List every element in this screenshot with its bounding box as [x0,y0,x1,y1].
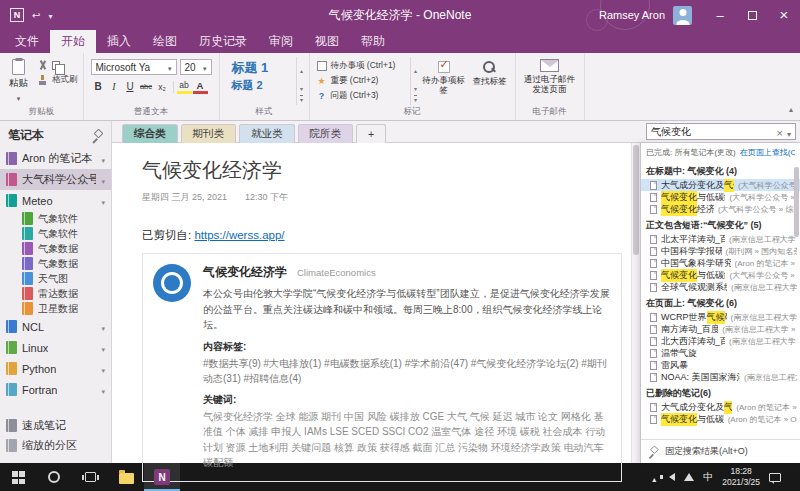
sidebar-item[interactable]: 大气科学公众号 [0,169,111,190]
email-page-button[interactable]: 通过电子邮件发送页面 [518,55,582,105]
search-result-item[interactable]: 气候变化与低碳经济学 (大气科学公众号 » 期刊类) [641,191,800,203]
close-button[interactable] [768,0,800,30]
sidebar-item[interactable]: 气象软件 [0,226,111,241]
chevron-down-icon[interactable] [101,321,105,333]
find-on-page-link[interactable]: 在页面上查找(Ctrl+F) [740,147,795,158]
file-explorer-button[interactable] [108,463,144,491]
sidebar-item[interactable]: Meteo [0,190,111,211]
font-size-select[interactable]: 20 [180,59,212,75]
sidebar-item[interactable]: NCL [0,316,111,337]
page-scrollbar[interactable] [631,143,640,463]
section-tab[interactable]: + [356,124,386,143]
search-result-item[interactable]: 北大西洋涛动_百度百科 (南京信息工程大学 » 气象...) [641,335,800,347]
search-input[interactable] [651,126,773,137]
search-result-item[interactable]: 气候变化与低碳经济学 (大气科学公众号 » 期刊类) [641,269,800,281]
ribbon-tab[interactable]: 视图 [304,30,350,53]
todo-tag-button[interactable]: 待办事项标签 [421,57,467,105]
sidebar-item[interactable]: 天气图 [0,271,111,286]
sidebar-item[interactable]: Python [0,358,111,379]
collapse-ribbon-icon[interactable] [789,98,793,116]
search-result-item[interactable]: 雷风暴 [641,359,800,371]
paste-button[interactable]: 粘贴 [2,55,35,105]
page-title[interactable]: 气候变化经济学 [142,157,623,184]
qat-customize-icon[interactable] [48,10,52,21]
italic-button[interactable] [107,79,122,94]
chevron-down-icon[interactable] [101,363,105,375]
sidebar-item[interactable]: 气象数据 [0,241,111,256]
chevron-down-icon[interactable] [101,342,105,354]
sidebar-item[interactable]: 雷达数据 [0,286,111,301]
ime-indicator[interactable]: 中 [703,470,713,484]
styles-more-icon[interactable] [300,95,303,103]
ribbon-tab[interactable]: 历史记录 [188,30,258,53]
sidebar-footer-item[interactable]: 速成笔记 [0,415,111,435]
clear-search-icon[interactable] [777,123,783,141]
find-tags-button[interactable]: 查找标签 [467,57,513,105]
search-scope-icon[interactable] [787,123,791,141]
strikethrough-button[interactable] [139,79,154,94]
sidebar-item[interactable]: Fortran [0,379,111,400]
search-result-item[interactable]: 温带气旋 [641,347,800,359]
format-painter-button[interactable]: 格式刷 [38,74,78,86]
page-canvas[interactable]: 气候变化经济学 星期四 三月 25, 2021 12:30 下午 已剪切自: h… [112,143,631,463]
panel-scrollbar[interactable] [794,167,799,237]
chevron-down-icon[interactable] [101,195,105,207]
search-result-item[interactable]: 大气成分变化及气候环境影响 (大气科学公众号 » 综合类) [641,179,800,191]
copy-icon[interactable] [52,61,60,70]
start-button[interactable] [0,463,36,491]
search-result-item[interactable]: 南方涛动_百度百科 (南京信息工程大学 » 气象...) [641,323,800,335]
sidebar-item[interactable]: 卫星数据 [0,301,111,316]
sidebar-item[interactable]: 气象数据 [0,256,111,271]
ribbon-tab[interactable]: 绘图 [142,30,188,53]
search-result-item[interactable]: 气候变化与低碳经济学 (Aron 的笔记本 » OneNot...) [641,413,800,425]
tags-scroll-up-icon[interactable] [414,59,417,77]
highlight-color-button[interactable] [177,79,192,94]
task-view-button[interactable] [72,463,108,491]
ribbon-tab[interactable]: 帮助 [350,30,396,53]
onenote-taskbar-button[interactable] [144,463,180,491]
chevron-down-icon[interactable] [101,174,105,186]
minimize-button[interactable] [704,0,736,30]
ribbon-tab[interactable]: 审阅 [258,30,304,53]
font-color-button[interactable] [193,79,208,94]
taskbar-clock[interactable]: 18:28 2021/3/25 [722,466,760,488]
volume-icon[interactable] [669,473,675,481]
search-result-item[interactable]: 全球气候观测系统 GCOS (南京信息工程大学 » 气象...) [641,281,800,293]
tag-item[interactable]: 问题 (Ctrl+3) [317,90,405,102]
pin-search-results-button[interactable]: 固定搜索结果(Alt+O) [641,439,800,463]
cut-icon[interactable] [38,60,47,70]
subscript-button[interactable] [155,79,170,94]
tag-item[interactable]: 重要 (Ctrl+2) [317,75,405,87]
font-name-select[interactable]: Microsoft Ya [91,59,177,75]
chevron-down-icon[interactable] [101,384,105,396]
scrollbar-thumb[interactable] [633,145,639,255]
tags-scroll-down-icon[interactable] [414,77,417,95]
chevron-down-icon[interactable] [101,153,105,165]
ribbon-tab[interactable]: 开始 [50,30,96,53]
clipped-from-link[interactable]: https://werss.app/ [194,229,284,241]
search-result-item[interactable]: 北太平洋涛动_百度百科 (南京信息工程大学 » 气象...) [641,233,800,245]
network-icon[interactable] [684,473,694,481]
ribbon-tab[interactable]: 文件 [4,30,50,53]
search-result-item[interactable]: NOAA: 美国国家海洋和大气管理局 (南京信息工程大学 » 气...) [641,371,800,383]
search-taskbar-button[interactable] [36,463,72,491]
search-scope-status[interactable]: 已完成: 所有笔记本(更改) [646,147,736,158]
section-tab[interactable]: 期刊类 [181,124,237,143]
underline-button[interactable] [123,79,138,94]
styles-scroll-down-icon[interactable] [300,77,303,95]
styles-scroll-up-icon[interactable] [300,59,303,77]
search-result-item[interactable]: WCRP世界气候研究计划 (南京信息工程大学 » 气象...) [641,311,800,323]
sidebar-item[interactable]: Aron 的笔记本 [0,148,111,169]
bold-button[interactable] [91,79,106,94]
style-item[interactable]: 标题 1 [232,61,286,75]
ribbon-tab[interactable]: 插入 [96,30,142,53]
section-tab[interactable]: 综合类 [122,124,178,143]
sidebar-footer-item[interactable]: 缩放的分区 [0,435,111,455]
search-result-item[interactable]: 气候变化经济学 (大气科学公众号 » 综合类) [641,203,800,215]
search-box[interactable] [646,123,796,140]
section-tab[interactable]: 就业类 [239,124,295,143]
tag-item[interactable]: 待办事项 (Ctrl+1) [317,60,405,72]
hidden-icons-chevron[interactable] [652,468,656,486]
pin-icon[interactable] [92,130,103,141]
sidebar-item[interactable]: Linux [0,337,111,358]
